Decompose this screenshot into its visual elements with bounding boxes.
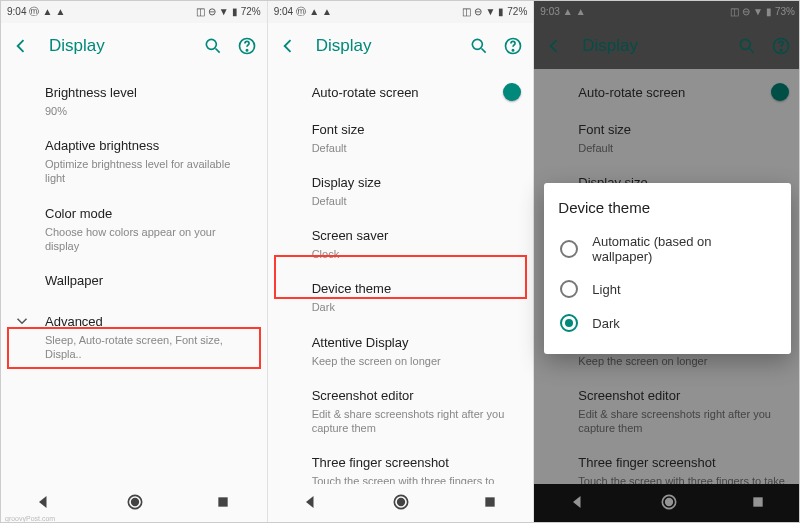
radio-icon <box>560 280 578 298</box>
app-icon: ⓜ <box>296 7 306 17</box>
item-color-mode[interactable]: Color mode Choose how colors appear on y… <box>1 196 267 263</box>
nav-recent-icon[interactable] <box>215 494 231 514</box>
nav-home-icon[interactable] <box>391 492 411 516</box>
search-icon[interactable] <box>203 36 223 56</box>
item-screen-saver[interactable]: Screen saver Clock <box>268 218 534 271</box>
item-wallpaper[interactable]: Wallpaper <box>1 263 267 300</box>
item-three-finger-screenshot[interactable]: Three finger screenshot Touch the screen… <box>268 445 534 484</box>
radio-label: Light <box>592 282 620 297</box>
svg-point-2 <box>246 50 247 51</box>
screen-3: 9:03 ▲ ▲ ◫ ⊖ ▼ ▮ 73% Display <box>534 1 800 523</box>
help-icon[interactable] <box>503 36 523 56</box>
item-brightness-level[interactable]: Brightness level 90% <box>1 75 267 128</box>
item-device-theme[interactable]: Device theme Dark <box>268 271 534 324</box>
status-bar: 9:04 ⓜ ▲ ▲ ◫ ⊖ ▼ ▮ 72% <box>268 1 534 23</box>
wifi-icon: ▼ <box>485 7 495 17</box>
watermark: groovyPost.com <box>5 515 55 522</box>
settings-list: Brightness level 90% Adaptive brightness… <box>1 69 267 484</box>
svg-point-4 <box>131 499 138 506</box>
item-screenshot-editor[interactable]: Screenshot editor Edit & share screensho… <box>268 378 534 445</box>
svg-point-10 <box>398 499 405 506</box>
clock-text: 9:04 <box>7 7 26 17</box>
vibrate-icon: ◫ <box>462 7 471 17</box>
back-icon[interactable] <box>278 36 298 56</box>
wifi-icon: ▼ <box>219 7 229 17</box>
radio-dark[interactable]: Dark <box>558 306 777 340</box>
nav-home-icon[interactable] <box>125 492 145 516</box>
dnd-icon: ⊖ <box>474 7 482 17</box>
screen-2: 9:04 ⓜ ▲ ▲ ◫ ⊖ ▼ ▮ 72% Display <box>268 1 535 523</box>
warning-icon: ▲ <box>309 7 319 17</box>
help-icon[interactable] <box>237 36 257 56</box>
nav-back-icon[interactable] <box>36 493 54 515</box>
battery-text: 72% <box>241 7 261 17</box>
settings-list: Auto-rotate screen Font size Default Dis… <box>268 69 534 484</box>
chevron-down-icon <box>13 312 31 334</box>
status-bar: 9:04 ⓜ ▲ ▲ ◫ ⊖ ▼ ▮ 72% <box>1 1 267 23</box>
dnd-icon: ⊖ <box>208 7 216 17</box>
svg-point-0 <box>206 39 216 49</box>
radio-icon-selected <box>560 314 578 332</box>
device-theme-dialog: Device theme Automatic (based on wallpap… <box>544 183 791 354</box>
app-icon: ⓜ <box>29 7 39 17</box>
screen-1: 9:04 ⓜ ▲ ▲ ◫ ⊖ ▼ ▮ 72% Display <box>1 1 268 523</box>
radio-light[interactable]: Light <box>558 272 777 306</box>
svg-rect-11 <box>485 497 494 506</box>
warning-icon: ▲ <box>322 7 332 17</box>
radio-label: Dark <box>592 316 619 331</box>
back-icon[interactable] <box>11 36 31 56</box>
svg-point-6 <box>473 39 483 49</box>
appbar: Display <box>1 23 267 69</box>
item-attentive-display[interactable]: Attentive Display Keep the screen on lon… <box>268 325 534 378</box>
dialog-title: Device theme <box>558 199 777 216</box>
battery-icon: ▮ <box>232 7 238 17</box>
svg-point-8 <box>513 50 514 51</box>
page-title: Display <box>49 36 203 56</box>
item-display-size[interactable]: Display size Default <box>268 165 534 218</box>
warning-icon: ▲ <box>42 7 52 17</box>
nav-recent-icon[interactable] <box>482 494 498 514</box>
warning-icon: ▲ <box>55 7 65 17</box>
battery-icon: ▮ <box>498 7 504 17</box>
item-adaptive-brightness[interactable]: Adaptive brightness Optimize brightness … <box>1 128 267 195</box>
radio-label: Automatic (based on wallpaper) <box>592 234 775 264</box>
item-advanced[interactable]: Advanced Sleep, Auto-rotate screen, Font… <box>1 300 267 371</box>
radio-automatic[interactable]: Automatic (based on wallpaper) <box>558 226 777 272</box>
item-font-size[interactable]: Font size Default <box>268 112 534 165</box>
search-icon[interactable] <box>469 36 489 56</box>
nav-back-icon[interactable] <box>303 493 321 515</box>
navbar <box>268 484 534 523</box>
radio-icon <box>560 240 578 258</box>
battery-text: 72% <box>507 7 527 17</box>
svg-rect-5 <box>219 497 228 506</box>
appbar: Display <box>268 23 534 69</box>
vibrate-icon: ◫ <box>196 7 205 17</box>
item-auto-rotate[interactable]: Auto-rotate screen <box>268 75 534 112</box>
clock-text: 9:04 <box>274 7 293 17</box>
page-title: Display <box>316 36 470 56</box>
